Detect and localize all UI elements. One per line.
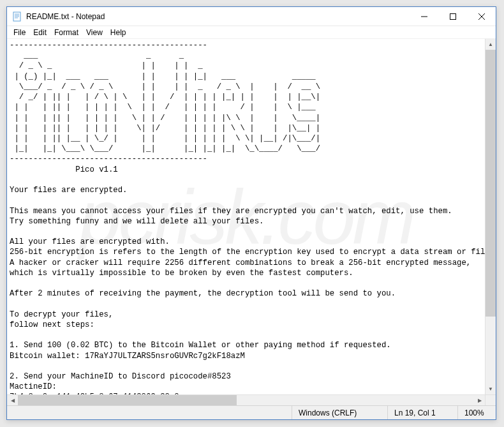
status-spacer <box>7 406 292 419</box>
scroll-track-vertical[interactable] <box>485 50 496 384</box>
scroll-thumb-horizontal[interactable] <box>18 395 237 405</box>
menu-help[interactable]: Help <box>107 27 130 38</box>
scroll-thumb-vertical[interactable] <box>485 50 496 317</box>
status-encoding: Windows (CRLF) <box>292 406 387 419</box>
window-controls <box>410 7 496 26</box>
statusbar: Windows (CRLF) Ln 19, Col 1 100% <box>7 405 496 419</box>
text-area[interactable]: ----------------------------------------… <box>7 39 485 394</box>
window-title: README.txt - Notepad <box>26 12 410 21</box>
horizontal-scrollbar[interactable]: ◀ ▶ <box>7 394 496 405</box>
menu-file[interactable]: File <box>10 27 29 38</box>
maximize-icon <box>450 13 456 20</box>
minimize-button[interactable] <box>410 7 438 26</box>
notepad-window: README.txt - Notepad File Edit Format Vi… <box>6 6 496 420</box>
svg-rect-6 <box>450 13 456 19</box>
menubar: File Edit Format View Help <box>7 26 496 39</box>
menu-edit[interactable]: Edit <box>29 27 50 38</box>
document-text: ----------------------------------------… <box>10 41 485 394</box>
notepad-icon <box>12 11 22 22</box>
scroll-track-horizontal[interactable] <box>18 395 474 405</box>
menu-view[interactable]: View <box>82 27 107 38</box>
vertical-scrollbar[interactable]: ▲ ▼ <box>485 39 496 394</box>
maximize-button[interactable] <box>438 7 467 26</box>
scrollbar-corner <box>485 395 496 405</box>
close-icon <box>478 13 485 20</box>
scroll-up-button[interactable]: ▲ <box>485 39 496 50</box>
menu-format[interactable]: Format <box>50 27 82 38</box>
titlebar[interactable]: README.txt - Notepad <box>7 7 496 26</box>
close-button[interactable] <box>467 7 496 26</box>
scroll-right-button[interactable]: ▶ <box>474 395 485 405</box>
minimize-icon <box>421 13 427 20</box>
status-position: Ln 19, Col 1 <box>387 406 457 419</box>
scroll-down-button[interactable]: ▼ <box>485 384 496 394</box>
scroll-left-button[interactable]: ◀ <box>7 395 18 405</box>
status-zoom: 100% <box>457 406 496 419</box>
